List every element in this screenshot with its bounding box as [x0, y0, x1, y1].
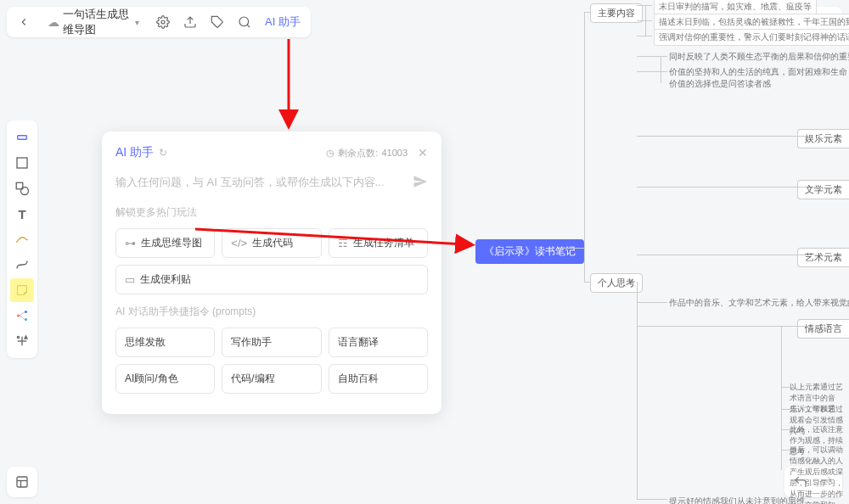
- layers-button[interactable]: [7, 467, 37, 497]
- chip-diverge[interactable]: 思维发散: [115, 328, 215, 357]
- mindmap-leaf[interactable]: 描述末日到临，包括灵魂的被拯救性，千年王国的到来等: [654, 14, 849, 31]
- chip-gen-code[interactable]: </>生成代码: [222, 228, 321, 258]
- search-icon[interactable]: [234, 12, 255, 32]
- tool-frame[interactable]: [10, 151, 34, 175]
- chip-ai-role[interactable]: AI顾问/角色: [115, 364, 215, 394]
- svg-line-13: [20, 316, 25, 320]
- tool-select[interactable]: [10, 126, 34, 149]
- prompt-input[interactable]: [115, 171, 428, 193]
- export-icon[interactable]: [180, 12, 200, 32]
- chip-coding[interactable]: 代码/编程: [222, 364, 321, 394]
- svg-rect-18: [17, 477, 27, 487]
- chip-gen-tasklist[interactable]: ☶生成任务清单: [329, 228, 428, 258]
- back-button[interactable]: [14, 12, 34, 32]
- svg-point-10: [25, 311, 27, 313]
- chip-encyclopedia[interactable]: 自助百科: [329, 364, 428, 394]
- mindmap-root-node[interactable]: 《启示录》读书笔记: [475, 239, 584, 264]
- chip-writing[interactable]: 写作助手: [222, 328, 321, 357]
- chevron-down-icon: ▾: [135, 18, 139, 27]
- hot-topics-label: 解锁更多热门玩法: [115, 205, 428, 220]
- mindmap-canvas[interactable]: 《启示录》读书笔记 主要内容 个人思考 末日审判的描写，如灾难、地震、瘟疫等 描…: [475, 0, 849, 504]
- tag-icon[interactable]: [207, 12, 228, 32]
- svg-line-4: [247, 25, 250, 27]
- svg-point-0: [161, 20, 165, 24]
- svg-marker-17: [25, 336, 27, 339]
- mindmap-leaf[interactable]: 同时反映了人类不顾生态平衡的后果和信仰的重要性: [669, 51, 849, 63]
- mindmap-leaf[interactable]: 作品中的音乐、文学和艺术元素，给人带来视觉的情感提醒: [669, 297, 849, 309]
- svg-line-12: [20, 312, 25, 316]
- doc-title-dropdown[interactable]: ☁ 一句话生成思维导图 ▾: [41, 3, 146, 41]
- close-button[interactable]: ✕: [418, 146, 428, 160]
- mindmap-node[interactable]: 主要内容: [590, 3, 643, 23]
- annotation-arrow-1: [272, 39, 306, 132]
- clock-icon: ◷: [326, 148, 335, 159]
- tool-pen[interactable]: [10, 227, 34, 251]
- mindmap-node[interactable]: 个人思考: [590, 273, 643, 293]
- mindmap-node[interactable]: 艺术元素: [797, 248, 849, 267]
- ai-assistant-button[interactable]: AI 助手: [261, 13, 304, 31]
- tool-sticky-note[interactable]: [10, 278, 34, 302]
- settings-icon[interactable]: [153, 12, 173, 32]
- tool-more[interactable]: [10, 329, 34, 353]
- svg-point-16: [17, 336, 19, 338]
- code-icon: </>: [231, 237, 247, 249]
- credits-display: ◷ 剩余点数: 41003: [326, 147, 408, 160]
- doc-title-text: 一句话生成思维导图: [63, 7, 132, 37]
- tool-connector[interactable]: [10, 253, 34, 277]
- refresh-icon[interactable]: ↻: [159, 147, 167, 159]
- tool-shape[interactable]: [10, 176, 34, 200]
- mindmap-leaf[interactable]: 强调对信仰的重要性，警示人们要时刻记得神的话语: [654, 29, 849, 46]
- list-icon: ☶: [338, 237, 348, 249]
- chip-gen-sticky[interactable]: ▭生成便利贴: [115, 265, 428, 294]
- prompts-label: AI 对话助手快捷指令 (prompts): [115, 305, 428, 319]
- svg-point-11: [25, 318, 27, 321]
- svg-point-8: [21, 188, 29, 195]
- mindmap-icon: ⊶: [125, 237, 136, 249]
- chip-translate[interactable]: 语言翻译: [329, 328, 428, 357]
- mindmap-node[interactable]: 情感语言: [797, 319, 849, 339]
- chip-gen-mindmap[interactable]: ⊶生成思维导图: [115, 228, 215, 258]
- left-toolbox: T: [7, 120, 37, 358]
- mindmap-node[interactable]: 文学元素: [797, 180, 849, 199]
- svg-rect-5: [18, 136, 27, 140]
- svg-rect-6: [17, 158, 27, 168]
- mindmap-node[interactable]: 娱乐元素: [797, 129, 849, 148]
- mindmap-leaf[interactable]: 价值的坚持和人的生活的纯真，面对困难和生命价值的选择也是问答读者感: [669, 66, 847, 90]
- send-button[interactable]: [413, 174, 428, 189]
- sticky-icon: ▭: [125, 273, 135, 286]
- svg-point-3: [239, 17, 249, 26]
- svg-point-9: [17, 315, 20, 317]
- cloud-icon: ☁: [48, 15, 59, 29]
- top-toolbar: ☁ 一句话生成思维导图 ▾ AI 助手: [7, 7, 311, 37]
- ai-assistant-panel: AI 助手↻ ◷ 剩余点数: 41003 ✕ 解锁更多热门玩法 ⊶生成思维导图 …: [102, 132, 441, 414]
- tool-mindmap[interactable]: [10, 304, 34, 328]
- tool-text[interactable]: T: [10, 202, 34, 226]
- panel-title: AI 助手↻: [115, 145, 167, 160]
- mindmap-leaf[interactable]: 提示好的情感我们从未注意到的思维: [669, 496, 805, 504]
